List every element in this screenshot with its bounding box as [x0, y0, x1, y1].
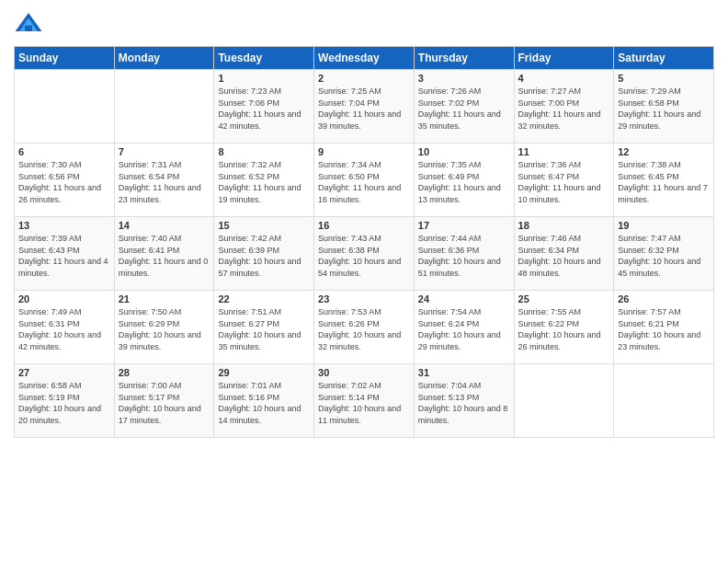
day-info: Sunrise: 7:29 AM Sunset: 6:58 PM Dayligh… — [618, 86, 710, 132]
day-number: 26 — [618, 293, 710, 304]
day-number: 6 — [18, 146, 110, 157]
day-info: Sunrise: 7:31 AM Sunset: 6:54 PM Dayligh… — [119, 159, 210, 205]
day-number: 9 — [318, 146, 410, 157]
logo-icon — [14, 9, 43, 39]
page: SundayMondayTuesdayWednesdayThursdayFrid… — [0, 0, 728, 563]
day-info: Sunrise: 7:53 AM Sunset: 6:26 PM Dayligh… — [318, 306, 410, 352]
day-cell: 26Sunrise: 7:57 AM Sunset: 6:21 PM Dayli… — [614, 291, 714, 364]
day-info: Sunrise: 7:26 AM Sunset: 7:02 PM Dayligh… — [418, 86, 510, 132]
day-header-friday: Friday — [514, 47, 614, 70]
day-cell: 7Sunrise: 7:31 AM Sunset: 6:54 PM Daylig… — [114, 144, 214, 217]
week-row-5: 27Sunrise: 6:58 AM Sunset: 5:19 PM Dayli… — [15, 364, 714, 438]
day-cell: 8Sunrise: 7:32 AM Sunset: 6:52 PM Daylig… — [214, 144, 314, 217]
day-cell: 18Sunrise: 7:46 AM Sunset: 6:34 PM Dayli… — [514, 217, 614, 291]
day-info: Sunrise: 7:54 AM Sunset: 6:24 PM Dayligh… — [418, 306, 510, 352]
day-number: 4 — [518, 73, 610, 84]
day-info: Sunrise: 7:46 AM Sunset: 6:34 PM Dayligh… — [518, 233, 610, 279]
svg-rect-2 — [25, 26, 32, 31]
day-cell: 20Sunrise: 7:49 AM Sunset: 6:31 PM Dayli… — [15, 291, 115, 364]
day-info: Sunrise: 7:51 AM Sunset: 6:27 PM Dayligh… — [218, 306, 310, 352]
day-cell: 23Sunrise: 7:53 AM Sunset: 6:26 PM Dayli… — [314, 291, 415, 364]
day-cell: 3Sunrise: 7:26 AM Sunset: 7:02 PM Daylig… — [414, 70, 514, 144]
day-info: Sunrise: 7:47 AM Sunset: 6:32 PM Dayligh… — [618, 233, 710, 279]
day-cell: 6Sunrise: 7:30 AM Sunset: 6:56 PM Daylig… — [15, 144, 115, 217]
day-cell: 12Sunrise: 7:38 AM Sunset: 6:45 PM Dayli… — [614, 144, 714, 217]
week-row-1: 1Sunrise: 7:23 AM Sunset: 7:06 PM Daylig… — [15, 70, 714, 144]
day-info: Sunrise: 7:23 AM Sunset: 7:06 PM Dayligh… — [218, 86, 310, 132]
day-info: Sunrise: 7:55 AM Sunset: 6:22 PM Dayligh… — [518, 306, 610, 352]
day-number: 3 — [418, 73, 510, 84]
day-cell: 25Sunrise: 7:55 AM Sunset: 6:22 PM Dayli… — [514, 291, 614, 364]
day-header-wednesday: Wednesday — [314, 47, 415, 70]
day-cell: 14Sunrise: 7:40 AM Sunset: 6:41 PM Dayli… — [114, 217, 214, 291]
day-header-sunday: Sunday — [15, 47, 115, 70]
day-info: Sunrise: 7:43 AM Sunset: 6:38 PM Dayligh… — [318, 233, 410, 279]
day-cell: 30Sunrise: 7:02 AM Sunset: 5:14 PM Dayli… — [314, 364, 415, 438]
header — [14, 9, 714, 39]
day-number: 5 — [618, 73, 710, 84]
day-header-monday: Monday — [114, 47, 214, 70]
day-number: 29 — [218, 367, 310, 378]
day-cell: 21Sunrise: 7:50 AM Sunset: 6:29 PM Dayli… — [114, 291, 214, 364]
day-info: Sunrise: 7:44 AM Sunset: 6:36 PM Dayligh… — [418, 233, 510, 279]
day-cell — [514, 364, 614, 438]
day-number: 16 — [318, 220, 410, 231]
day-info: Sunrise: 7:35 AM Sunset: 6:49 PM Dayligh… — [418, 159, 510, 205]
day-info: Sunrise: 7:40 AM Sunset: 6:41 PM Dayligh… — [119, 233, 210, 279]
day-number: 17 — [418, 220, 510, 231]
day-header-saturday: Saturday — [614, 47, 714, 70]
day-number: 27 — [18, 367, 110, 378]
day-info: Sunrise: 7:39 AM Sunset: 6:43 PM Dayligh… — [18, 233, 110, 279]
day-number: 11 — [518, 146, 610, 157]
day-cell: 22Sunrise: 7:51 AM Sunset: 6:27 PM Dayli… — [214, 291, 314, 364]
day-cell: 19Sunrise: 7:47 AM Sunset: 6:32 PM Dayli… — [614, 217, 714, 291]
day-cell: 13Sunrise: 7:39 AM Sunset: 6:43 PM Dayli… — [15, 217, 115, 291]
week-row-4: 20Sunrise: 7:49 AM Sunset: 6:31 PM Dayli… — [15, 291, 714, 364]
day-number: 15 — [218, 220, 310, 231]
day-info: Sunrise: 7:36 AM Sunset: 6:47 PM Dayligh… — [518, 159, 610, 205]
day-cell: 2Sunrise: 7:25 AM Sunset: 7:04 PM Daylig… — [314, 70, 415, 144]
logo — [14, 9, 47, 39]
day-cell: 5Sunrise: 7:29 AM Sunset: 6:58 PM Daylig… — [614, 70, 714, 144]
day-info: Sunrise: 7:02 AM Sunset: 5:14 PM Dayligh… — [318, 380, 410, 426]
day-info: Sunrise: 7:34 AM Sunset: 6:50 PM Dayligh… — [318, 159, 410, 205]
day-number: 8 — [218, 146, 310, 157]
day-cell: 27Sunrise: 6:58 AM Sunset: 5:19 PM Dayli… — [15, 364, 115, 438]
day-cell: 15Sunrise: 7:42 AM Sunset: 6:39 PM Dayli… — [214, 217, 314, 291]
day-number: 19 — [618, 220, 710, 231]
day-number: 24 — [418, 293, 510, 304]
day-info: Sunrise: 6:58 AM Sunset: 5:19 PM Dayligh… — [18, 380, 110, 426]
day-number: 7 — [119, 146, 210, 157]
header-row: SundayMondayTuesdayWednesdayThursdayFrid… — [15, 47, 714, 70]
day-cell: 28Sunrise: 7:00 AM Sunset: 5:17 PM Dayli… — [114, 364, 214, 438]
week-row-2: 6Sunrise: 7:30 AM Sunset: 6:56 PM Daylig… — [15, 144, 714, 217]
day-cell: 17Sunrise: 7:44 AM Sunset: 6:36 PM Dayli… — [414, 217, 514, 291]
day-cell: 10Sunrise: 7:35 AM Sunset: 6:49 PM Dayli… — [414, 144, 514, 217]
day-header-tuesday: Tuesday — [214, 47, 314, 70]
day-cell: 4Sunrise: 7:27 AM Sunset: 7:00 PM Daylig… — [514, 70, 614, 144]
day-info: Sunrise: 7:50 AM Sunset: 6:29 PM Dayligh… — [119, 306, 210, 352]
day-number: 14 — [119, 220, 210, 231]
day-info: Sunrise: 7:01 AM Sunset: 5:16 PM Dayligh… — [218, 380, 310, 426]
day-info: Sunrise: 7:00 AM Sunset: 5:17 PM Dayligh… — [119, 380, 210, 426]
day-cell: 29Sunrise: 7:01 AM Sunset: 5:16 PM Dayli… — [214, 364, 314, 438]
day-info: Sunrise: 7:38 AM Sunset: 6:45 PM Dayligh… — [618, 159, 710, 205]
day-cell: 11Sunrise: 7:36 AM Sunset: 6:47 PM Dayli… — [514, 144, 614, 217]
day-cell: 16Sunrise: 7:43 AM Sunset: 6:38 PM Dayli… — [314, 217, 415, 291]
day-number: 31 — [418, 367, 510, 378]
calendar-table: SundayMondayTuesdayWednesdayThursdayFrid… — [14, 46, 714, 438]
day-number: 21 — [119, 293, 210, 304]
day-info: Sunrise: 7:25 AM Sunset: 7:04 PM Dayligh… — [318, 86, 410, 132]
day-number: 20 — [18, 293, 110, 304]
day-number: 30 — [318, 367, 410, 378]
day-info: Sunrise: 7:32 AM Sunset: 6:52 PM Dayligh… — [218, 159, 310, 205]
day-info: Sunrise: 7:57 AM Sunset: 6:21 PM Dayligh… — [618, 306, 710, 352]
week-row-3: 13Sunrise: 7:39 AM Sunset: 6:43 PM Dayli… — [15, 217, 714, 291]
day-header-thursday: Thursday — [414, 47, 514, 70]
day-number: 12 — [618, 146, 710, 157]
day-number: 10 — [418, 146, 510, 157]
day-info: Sunrise: 7:30 AM Sunset: 6:56 PM Dayligh… — [18, 159, 110, 205]
day-cell: 24Sunrise: 7:54 AM Sunset: 6:24 PM Dayli… — [414, 291, 514, 364]
day-info: Sunrise: 7:49 AM Sunset: 6:31 PM Dayligh… — [18, 306, 110, 352]
day-number: 1 — [218, 73, 310, 84]
